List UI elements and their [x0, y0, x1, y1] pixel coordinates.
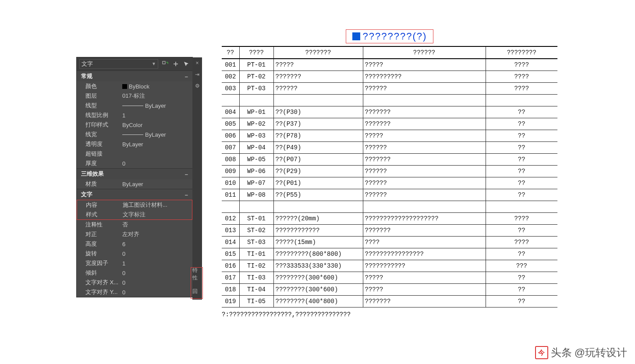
cell-spec: ???????	[363, 106, 486, 118]
cell-name: ????????(300*600)	[273, 284, 363, 296]
cell-seq: 013	[222, 225, 239, 237]
prop-linescale[interactable]: 线型比例 1	[77, 110, 192, 120]
quick-select-icon[interactable]	[162, 60, 169, 67]
section-text: 文字 – 内容 施工图设计材料... 样式 文字标注 注释性 否 对正 左对齐 …	[77, 189, 192, 297]
table-row	[222, 95, 557, 106]
prop-thickness[interactable]: 厚度 0	[77, 159, 192, 168]
table-row: 002PT-02?????????????????????	[222, 71, 557, 83]
prop-rotation[interactable]: 旋转 0	[77, 249, 192, 258]
table-row: 018TI-04????????(300*600)???????	[222, 284, 557, 296]
chevron-down-icon: ▼	[152, 60, 156, 68]
cell-code: WP-01	[239, 106, 273, 118]
cell-spec: ???????	[363, 118, 486, 130]
cell-source: ??	[486, 177, 557, 189]
cell-name: ????????????	[273, 225, 363, 237]
table-row: 006WP-03??(P78)???????	[222, 130, 557, 142]
prop-style[interactable]: 样式 文字标注	[77, 210, 192, 219]
prop-hyperlink[interactable]: 超链接	[77, 149, 192, 159]
table-row: 014ST-03?????(15mm)????????	[222, 237, 557, 248]
table-row: 015TI-01?????????(800*800)??????????????…	[222, 248, 557, 260]
object-type-selector[interactable]: 文字 ▼	[79, 59, 158, 69]
cell-name: ??(P29)	[273, 166, 363, 177]
cell-source: ????	[486, 83, 557, 95]
cell-seq: 010	[222, 177, 239, 189]
table-row: 005WP-02??(P37)?????????	[222, 118, 557, 130]
cell-code: ST-02	[239, 225, 273, 237]
cell-source: ????	[486, 213, 557, 225]
prop-alignx[interactable]: 文字对齐 X... 0	[77, 278, 192, 287]
table-row	[222, 201, 557, 213]
cell-source: ??	[486, 106, 557, 118]
cell-seq: 014	[222, 237, 239, 248]
table-title-selected[interactable]: ????????(?)	[346, 29, 434, 43]
cell-spec: ?????	[363, 59, 486, 71]
th-source: ????????	[486, 46, 557, 59]
cell-name: ??(P49)	[273, 142, 363, 154]
prop-material[interactable]: 材质 ByLayer	[77, 179, 192, 189]
cell-name: ???333533(330*330)	[273, 260, 363, 272]
table-row: 001PT-01??????????????	[222, 59, 557, 71]
prop-layer[interactable]: 图层 017-标注	[77, 91, 192, 101]
cell-spec: ??????	[363, 166, 486, 177]
cell-name: ??????(20mm)	[273, 213, 363, 225]
prop-lineweight[interactable]: 线宽 ByLayer	[77, 130, 192, 139]
cell-seq: 002	[222, 71, 239, 83]
cell-name: ?????(15mm)	[273, 237, 363, 248]
table-row: 008WP-05??(P07)?????????	[222, 154, 557, 166]
cell-code: PT-03	[239, 83, 273, 95]
properties-palette: 文字 ▼ × ⇥ ⚙ 特性 回 常规 – 颜色	[77, 57, 192, 297]
prop-justify[interactable]: 对正 左对齐	[77, 230, 192, 239]
prop-widthfactor[interactable]: 宽度因子 1	[77, 258, 192, 268]
cell-source: ??	[486, 272, 557, 284]
prop-content[interactable]: 内容 施工图设计材料...	[77, 200, 192, 210]
cell-name: ??(P30)	[273, 106, 363, 118]
cell-source: ????	[486, 237, 557, 248]
cell-name: ?????	[273, 59, 363, 71]
table-row: 013ST-02?????????????????????	[222, 225, 557, 237]
cell-seq: 015	[222, 248, 239, 260]
prop-annotative[interactable]: 注释性 否	[77, 220, 192, 230]
table-title: ????????(?)	[222, 29, 557, 43]
close-icon[interactable]: ×	[195, 60, 199, 66]
cell-source: ????	[486, 71, 557, 83]
cell-spec: ??????????	[363, 71, 486, 83]
cell-seq: 012	[222, 213, 239, 225]
cell-code: TI-04	[239, 284, 273, 296]
section-head-text[interactable]: 文字 –	[77, 189, 192, 200]
cell-spec: ??????	[363, 177, 486, 189]
cell-code: WP-08	[239, 189, 273, 201]
cell-code: WP-02	[239, 118, 273, 130]
prop-aligny[interactable]: 文字对齐 Y... 0	[77, 287, 192, 297]
cell-source: ??	[486, 130, 557, 142]
pin-icon[interactable]: ⇥	[195, 71, 199, 78]
cell-code: ST-03	[239, 237, 273, 248]
cell-code: WP-07	[239, 177, 273, 189]
cell-spec: ??????	[363, 83, 486, 95]
select-objects-icon[interactable]	[183, 60, 190, 67]
cell-seq: 006	[222, 130, 239, 142]
cell-name: ??????	[273, 83, 363, 95]
prop-transparency[interactable]: 透明度 ByLayer	[77, 139, 192, 149]
cell-seq: 004	[222, 106, 239, 118]
cell-spec: ??????	[363, 189, 486, 201]
prop-height[interactable]: 高度 6	[77, 239, 192, 249]
table-row: 011WP-08??(P55)????????	[222, 189, 557, 201]
section-head-3d[interactable]: 三维效果 –	[77, 168, 192, 179]
cell-seq: 016	[222, 260, 239, 272]
table-row: 003PT-03????????????????	[222, 83, 557, 95]
cell-source: ??	[486, 248, 557, 260]
pickadd-icon[interactable]	[172, 60, 179, 67]
prop-color[interactable]: 颜色 ByBlock	[77, 81, 192, 91]
watermark-handle: @玩转设计	[575, 346, 627, 360]
prop-linetype[interactable]: 线型 ByLayer	[77, 101, 192, 110]
watermark: 今 头条 @玩转设计	[535, 346, 627, 360]
prop-oblique[interactable]: 倾斜 0	[77, 268, 192, 278]
th-spec: ??????	[363, 46, 486, 59]
cell-code: WP-04	[239, 142, 273, 154]
table-row: 007WP-04??(P49)????????	[222, 142, 557, 154]
gear-icon[interactable]: ⚙	[195, 83, 200, 89]
table-row: 012ST-01??????(20mm)????????????????????…	[222, 213, 557, 225]
section-head-general[interactable]: 常规 –	[77, 71, 192, 81]
cell-source: ???	[486, 260, 557, 272]
prop-plotstyle[interactable]: 打印样式 ByColor	[77, 120, 192, 130]
